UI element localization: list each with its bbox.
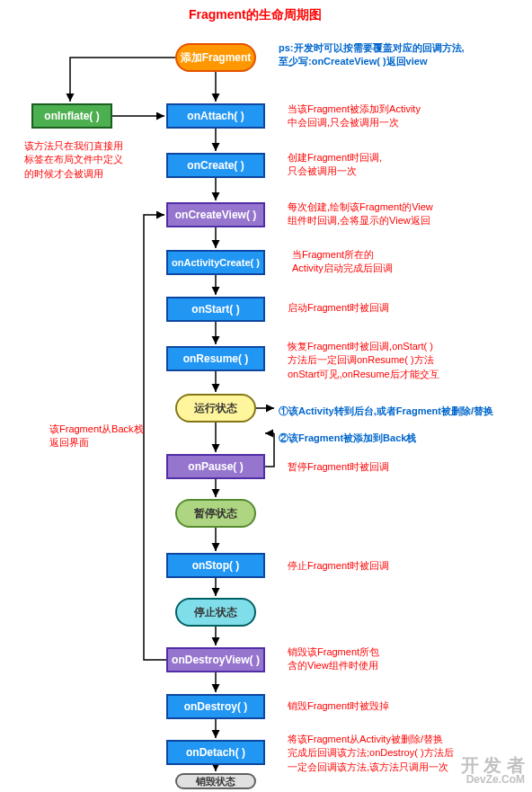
watermark-small: DevZe.CoM xyxy=(461,774,525,785)
node-paused: 暂停状态 xyxy=(175,499,256,528)
label: onActivityCreate( ) xyxy=(172,257,260,268)
note-onresume: 恢复Fragment时被回调,onStart( ) 方法后一定回调onResum… xyxy=(288,340,439,381)
label: onDetach( ) xyxy=(186,746,245,759)
watermark: 开 发 者 DevZe.CoM xyxy=(461,756,525,785)
note-ondestroy: 销毁Fragment时被毁掉 xyxy=(288,699,389,713)
note-running2: ②该Fragment被添加到Back栈 xyxy=(279,432,416,445)
diagram-title: Fragment的生命周期图 xyxy=(189,7,322,23)
label: onDestroyView( ) xyxy=(172,654,260,666)
note-onstart: 启动Fragment时被回调 xyxy=(288,301,389,315)
note-running1: ①该Activity转到后台,或者Fragment被删除/替换 xyxy=(279,405,493,418)
node-destroyed: 销毁状态 xyxy=(175,773,256,789)
note-ondestroyview: 销毁该Fragment所包 含的View组件时使用 xyxy=(288,645,379,673)
label: 运行状态 xyxy=(194,401,237,416)
label: onPause( ) xyxy=(188,460,243,473)
note-ondetach: 将该Fragment从Activity被删除/替换 完成后回调该方法;onDes… xyxy=(288,733,454,774)
label: 暂停状态 xyxy=(194,506,237,521)
note-back: 该Fragment从Back栈 返回界面 xyxy=(49,423,144,450)
node-onactivitycreate: onActivityCreate( ) xyxy=(166,250,265,275)
node-onstop: onStop( ) xyxy=(166,553,265,578)
label: onCreate( ) xyxy=(187,159,244,172)
note-ps: ps:开发时可以按需要覆盖对应的回调方法, 至少写:onCreateView( … xyxy=(279,41,465,69)
note-oninflate: 该方法只在我们直接用 标签在布局文件中定义 的时候才会被调用 xyxy=(24,139,123,181)
node-add-fragment: 添加Fragment xyxy=(175,43,256,72)
node-onresume: onResume( ) xyxy=(166,346,265,371)
node-oncreate: onCreate( ) xyxy=(166,153,265,178)
node-oninflate: onInflate( ) xyxy=(31,103,112,129)
note-oncreateview: 每次创建,绘制该Fragment的View 组件时回调,会将显示的View返回 xyxy=(288,200,433,228)
label: onInflate( ) xyxy=(44,110,99,122)
label: onResume( ) xyxy=(183,352,249,365)
note-onstop: 停止Fragment时被回调 xyxy=(288,559,389,573)
node-stopped: 停止状态 xyxy=(175,598,256,627)
label: onDestroy( ) xyxy=(184,700,248,713)
note-onpause: 暂停Fragment时被回调 xyxy=(288,460,389,474)
note-oncreate: 创建Fragment时回调, 只会被调用一次 xyxy=(288,151,382,179)
label: onStart( ) xyxy=(191,303,239,316)
note-onactivitycreate: 当Fragment所在的 Activity启动完成后回调 xyxy=(292,248,393,276)
label: 添加Fragment xyxy=(181,50,252,66)
note-onattach: 当该Fragment被添加到Activity 中会回调,只会被调用一次 xyxy=(288,102,421,130)
label: 销毁状态 xyxy=(196,775,235,788)
label: onCreateView( ) xyxy=(175,209,256,221)
node-onattach: onAttach( ) xyxy=(166,103,265,129)
label: onStop( ) xyxy=(192,559,240,572)
node-ondestroyview: onDestroyView( ) xyxy=(166,647,265,672)
node-running: 运行状态 xyxy=(175,394,256,423)
node-onpause: onPause( ) xyxy=(166,454,265,479)
label: onAttach( ) xyxy=(187,110,244,122)
node-ondestroy: onDestroy( ) xyxy=(166,694,265,719)
label: 停止状态 xyxy=(194,605,237,620)
node-onstart: onStart( ) xyxy=(166,297,265,322)
node-ondetach: onDetach( ) xyxy=(166,740,265,765)
watermark-big: 开 发 者 xyxy=(461,755,525,775)
node-oncreateview: onCreateView( ) xyxy=(166,202,265,227)
